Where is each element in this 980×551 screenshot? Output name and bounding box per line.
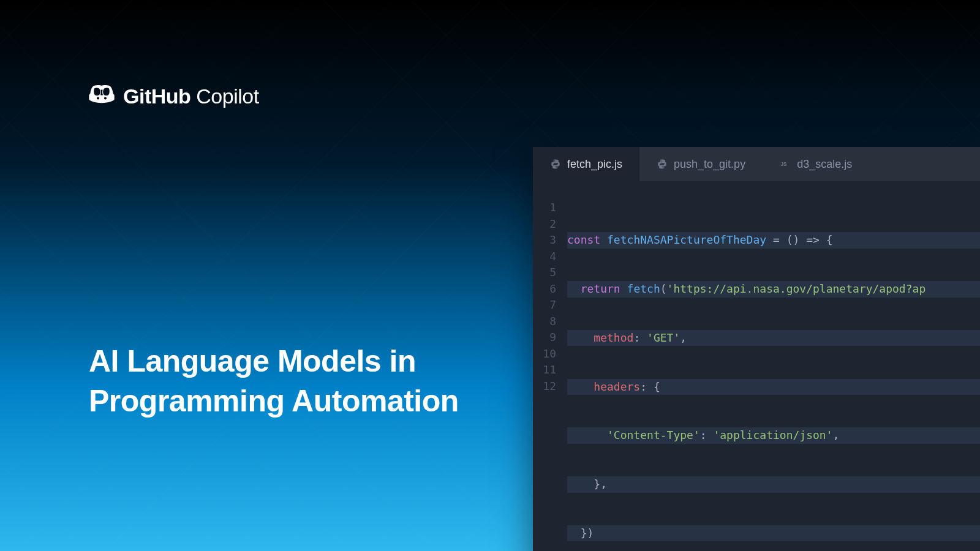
tab-label: d3_scale.js bbox=[797, 158, 852, 171]
code-line: method: 'GET', bbox=[567, 330, 980, 347]
code-line: }) bbox=[567, 525, 980, 542]
copilot-icon bbox=[89, 85, 115, 108]
python-icon bbox=[657, 159, 668, 170]
tab-bar: fetch_pic.js push_to_git.py JS d3_scale.… bbox=[533, 147, 980, 181]
tab-push-to-git[interactable]: push_to_git.py bbox=[639, 147, 763, 181]
python-icon bbox=[550, 159, 561, 170]
headline: AI Language Models in Programming Automa… bbox=[89, 342, 459, 421]
logo: GitHub Copilot bbox=[89, 84, 259, 108]
line-numbers: 1 2 3 4 5 6 7 8 9 10 11 12 bbox=[533, 200, 567, 551]
tab-d3-scale[interactable]: JS d3_scale.js bbox=[763, 147, 869, 181]
headline-line-1: AI Language Models in bbox=[89, 342, 459, 381]
svg-point-0 bbox=[97, 97, 99, 99]
logo-github-text: GitHub bbox=[123, 84, 190, 108]
tab-label: push_to_git.py bbox=[674, 158, 745, 171]
logo-copilot-text: Copilot bbox=[190, 84, 258, 108]
code-line: const fetchNASAPictureOfTheDay = () => { bbox=[567, 232, 980, 249]
headline-line-2: Programming Automation bbox=[89, 381, 459, 421]
code-line: headers: { bbox=[567, 379, 980, 395]
code-line: }, bbox=[567, 476, 980, 493]
svg-point-1 bbox=[104, 97, 107, 99]
code-content: const fetchNASAPictureOfTheDay = () => {… bbox=[567, 200, 980, 551]
code-editor: fetch_pic.js push_to_git.py JS d3_scale.… bbox=[533, 147, 980, 551]
tab-fetch-pic[interactable]: fetch_pic.js bbox=[533, 147, 639, 181]
tab-label: fetch_pic.js bbox=[567, 158, 622, 171]
code-line: return fetch('https://api.nasa.gov/plane… bbox=[567, 281, 980, 298]
code-line: 'Content-Type': 'application/json', bbox=[567, 427, 980, 444]
code-area[interactable]: 1 2 3 4 5 6 7 8 9 10 11 12 const fetchNA… bbox=[533, 181, 980, 551]
js-icon: JS bbox=[780, 159, 791, 170]
svg-text:JS: JS bbox=[781, 162, 788, 167]
